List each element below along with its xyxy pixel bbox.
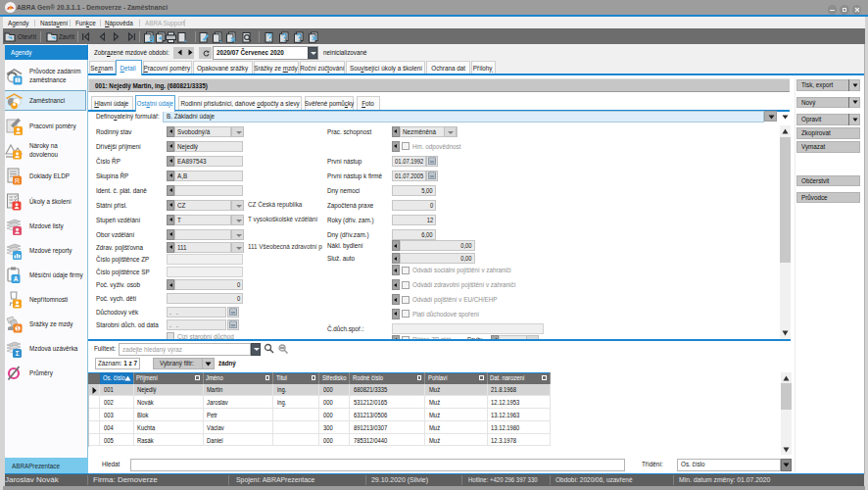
svg-text:Σ: Σ bbox=[16, 350, 20, 357]
svg-text:R: R bbox=[15, 176, 20, 183]
svg-text:A: A bbox=[14, 275, 19, 282]
